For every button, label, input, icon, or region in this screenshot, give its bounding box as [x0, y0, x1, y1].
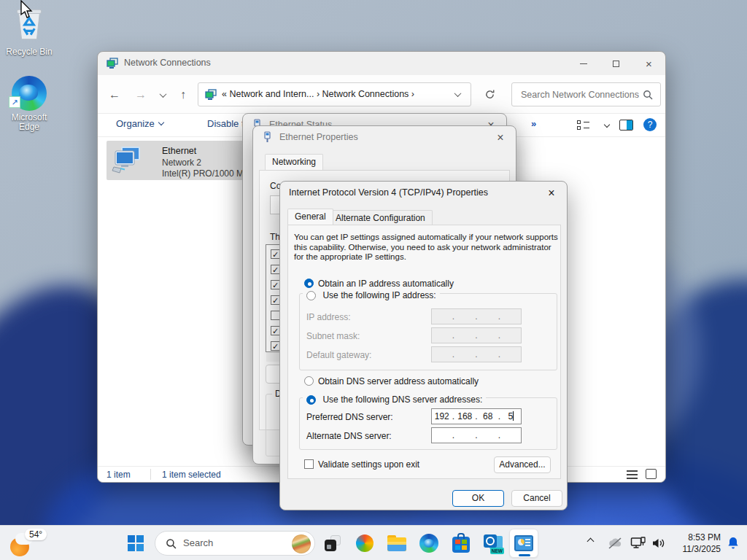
windows-logo-icon: [128, 535, 144, 551]
ethernet-connection-item[interactable]: Ethernet Network 2 Intel(R) PRO/1000 MT …: [107, 141, 247, 180]
ip-address-label: IP address:: [306, 312, 350, 322]
maximize-button[interactable]: [600, 52, 632, 75]
view-lines-icon: [584, 128, 589, 128]
volume-tray-button[interactable]: [651, 537, 666, 553]
window-title: Ethernet Properties: [279, 132, 358, 142]
desktop-icon-label: Recycle Bin: [1, 47, 58, 57]
advanced-button[interactable]: Advanced...: [494, 456, 551, 473]
validate-settings-checkbox[interactable]: [304, 459, 314, 469]
copilot-button[interactable]: [350, 529, 379, 558]
clock[interactable]: 8:53 PM 11/3/2025: [673, 532, 721, 555]
network-connections-taskbar-button[interactable]: [509, 529, 538, 558]
store-button[interactable]: [446, 529, 476, 558]
view-grid-icon: [577, 120, 581, 124]
recent-locations-button[interactable]: [155, 85, 171, 105]
default-gateway-field: ...: [431, 346, 522, 362]
notification-bell-button[interactable]: [727, 536, 740, 553]
radio-use-dns-wrap[interactable]: Use the following DNS server addresses:: [303, 392, 486, 403]
ethernet-network-icon: [630, 537, 646, 550]
edge-icon: ↗: [12, 76, 47, 111]
maximize-icon: [613, 61, 619, 67]
window-ipv4-properties: Internet Protocol Version 4 (TCP/IPv4) P…: [279, 181, 568, 510]
chevron-down-icon: [159, 90, 166, 98]
details-view-button[interactable]: [627, 470, 638, 479]
preferred-dns-field[interactable]: 192.168.68.5: [431, 408, 522, 424]
ethernet-adapter-icon: [111, 145, 144, 176]
preview-pane-button[interactable]: [619, 120, 633, 131]
large-icons-view-button[interactable]: [646, 469, 657, 479]
weather-icon: [10, 537, 29, 556]
radio-obtain-ip-auto[interactable]: [304, 279, 314, 288]
file-explorer-button[interactable]: [382, 529, 411, 558]
tab-general[interactable]: General: [287, 209, 333, 225]
taskbar-search[interactable]: Search: [155, 531, 315, 556]
back-button[interactable]: ←: [104, 85, 125, 105]
view-lines-icon: [584, 122, 589, 122]
address-bar[interactable]: « Network and Intern... › Network Connec…: [198, 82, 471, 106]
close-icon: ×: [646, 58, 652, 70]
refresh-button[interactable]: [479, 84, 500, 104]
tab-alternate-configuration[interactable]: Alternate Configuration: [328, 210, 433, 226]
edge-button[interactable]: [414, 529, 444, 558]
ipv4-intro-text: You can get IP settings assigned automat…: [294, 233, 558, 262]
outlook-button[interactable]: NEW: [479, 529, 508, 558]
network-connections-icon: [107, 58, 118, 69]
tab-networking[interactable]: Networking: [265, 154, 323, 170]
radio-use-following-dns[interactable]: [306, 395, 316, 405]
breadcrumb[interactable]: « Network and Intern... › Network Connec…: [222, 89, 414, 99]
refresh-icon: [484, 89, 495, 100]
alternate-dns-field[interactable]: ...: [431, 427, 522, 443]
view-options-button[interactable]: [577, 120, 590, 131]
close-button[interactable]: ×: [491, 130, 510, 146]
view-caret-icon[interactable]: [604, 122, 610, 128]
ethernet-plug-icon: [263, 131, 272, 144]
cancel-button[interactable]: Cancel: [511, 490, 562, 507]
toolbar-overflow-button[interactable]: »: [531, 118, 536, 129]
default-gateway-label: Default gateway:: [306, 350, 371, 360]
radio-use-ip-wrap[interactable]: Use the following IP address:: [303, 288, 440, 299]
close-button[interactable]: ×: [632, 52, 665, 75]
ipv4-titlebar[interactable]: Internet Protocol Version 4 (TCP/IPv4) P…: [280, 182, 567, 203]
radio-use-following-ip[interactable]: [306, 291, 316, 300]
task-view-button[interactable]: [318, 529, 347, 558]
edge-icon: [419, 534, 438, 553]
validate-settings-label: Validate settings upon exit: [318, 459, 419, 470]
ok-button[interactable]: OK: [452, 490, 504, 507]
alternate-dns-label: Alternate DNS server:: [306, 431, 392, 441]
address-dropdown-icon[interactable]: [454, 90, 462, 97]
ethernet-properties-titlebar[interactable]: Ethernet Properties ×: [253, 126, 516, 148]
caret-down-icon: [158, 120, 164, 125]
status-selected-count: 1 item selected: [162, 470, 221, 480]
radio-obtain-dns-auto-label: Obtain DNS server address automatically: [318, 376, 479, 386]
desktop-icon-edge[interactable]: ↗ Microsoft Edge: [1, 76, 58, 132]
connection-name: Ethernet: [162, 146, 196, 156]
connection-network: Network 2: [162, 158, 201, 168]
minimize-button[interactable]: [567, 52, 600, 75]
weather-widget[interactable]: 54°: [6, 527, 64, 559]
status-divider: [150, 469, 151, 480]
help-icon: ?: [648, 120, 653, 130]
tray-expand-button[interactable]: [588, 539, 593, 544]
onedrive-tray-button[interactable]: [607, 537, 623, 553]
window-title: Network Connections: [124, 58, 211, 68]
start-button[interactable]: [121, 529, 150, 558]
search-placeholder: Search Network Connections: [521, 90, 639, 100]
static-ip-groupbox: Use the following IP address: IP address…: [299, 293, 557, 370]
close-icon: ×: [497, 131, 503, 144]
forward-button[interactable]: →: [130, 85, 152, 105]
network-tray-button[interactable]: [630, 537, 646, 553]
chevron-up-icon: [587, 538, 595, 545]
close-button[interactable]: ×: [542, 185, 561, 201]
search-box[interactable]: Search Network Connections: [511, 82, 661, 106]
dns-groupbox: Use the following DNS server addresses: …: [299, 397, 557, 450]
radio-obtain-dns-auto[interactable]: [304, 376, 314, 386]
ip-address-field: ...: [431, 308, 522, 324]
mouse-cursor: [19, 0, 34, 20]
weather-temp: 54°: [25, 529, 47, 540]
file-explorer-icon: [387, 535, 406, 551]
organize-button[interactable]: Organize: [116, 118, 163, 129]
help-button[interactable]: ?: [643, 118, 657, 131]
outlook-icon: NEW: [484, 534, 503, 552]
up-button[interactable]: ↑: [172, 85, 194, 105]
radio-use-following-dns-label: Use the following DNS server addresses:: [322, 394, 482, 405]
